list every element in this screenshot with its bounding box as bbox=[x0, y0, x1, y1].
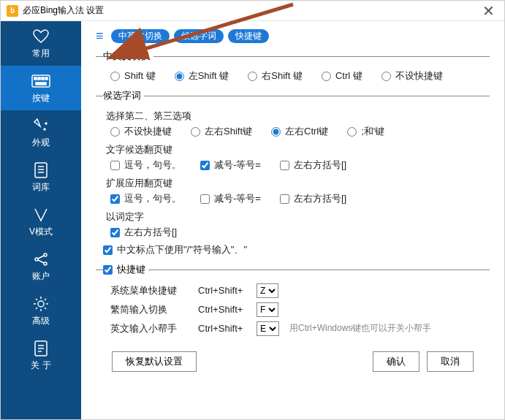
select-sysmenu-key[interactable]: Z bbox=[257, 283, 278, 298]
sidebar-label: 外观 bbox=[32, 137, 50, 149]
svg-rect-8 bbox=[35, 163, 47, 177]
check-minus-equals[interactable]: 减号-等号= bbox=[200, 159, 261, 172]
tab-candidate[interactable]: 候选字词 bbox=[174, 29, 224, 43]
sidebar-label: 词库 bbox=[32, 181, 50, 194]
radio-right-shift[interactable]: 右Shift 键 bbox=[248, 69, 303, 83]
sidebar-label: 常用 bbox=[32, 47, 50, 60]
section-candidate: 候选字词 选择第二、第三选项 不设快捷键 左右Shift键 左右Ctrl键 ;和… bbox=[96, 89, 490, 259]
svg-rect-4 bbox=[45, 77, 48, 80]
radio-none-hotkey[interactable]: 不设快捷键 bbox=[110, 125, 172, 138]
restore-defaults-button[interactable]: 恢复默认设置 bbox=[112, 351, 197, 372]
sidebar-item-about[interactable]: 关 于 bbox=[1, 333, 81, 378]
sidebar-label: V模式 bbox=[29, 226, 53, 238]
close-button[interactable]: ✕ bbox=[478, 4, 498, 18]
cancel-button[interactable]: 取消 bbox=[427, 351, 474, 372]
sparkle-icon bbox=[31, 118, 51, 134]
radio-none[interactable]: 不设快捷键 bbox=[381, 69, 443, 83]
check-punct-slash[interactable]: 中文标点下使用"/"符号输入"、" bbox=[103, 243, 247, 256]
check-minus-equals-ext[interactable]: 减号-等号= bbox=[200, 192, 261, 205]
section-legend: 候选字词 bbox=[103, 89, 144, 102]
ok-button[interactable]: 确认 bbox=[373, 351, 419, 372]
combo-prefix: Ctrl+Shift+ bbox=[198, 304, 257, 315]
sidebar-item-account[interactable]: 账户 bbox=[1, 244, 81, 289]
sidebar-item-vmode[interactable]: V模式 bbox=[1, 199, 81, 244]
svg-line-15 bbox=[38, 256, 44, 259]
subhead-ext-paging: 扩展应用翻页键 bbox=[103, 174, 490, 190]
sidebar: 常用 按键 外观 词库 V模式 账户 bbox=[1, 21, 81, 419]
footer: 恢复默认设置 确认 取消 bbox=[96, 341, 490, 383]
select-trad-simp-key[interactable]: F bbox=[257, 302, 278, 317]
document-icon bbox=[31, 340, 51, 356]
keyboard-icon bbox=[31, 73, 51, 89]
radio-semicolon-quote[interactable]: ;和'键 bbox=[347, 125, 384, 138]
gear-icon bbox=[31, 296, 51, 312]
svg-point-17 bbox=[38, 301, 44, 307]
svg-point-6 bbox=[44, 129, 45, 130]
svg-rect-5 bbox=[36, 83, 46, 85]
section-legend-hotkey: 快捷键 bbox=[103, 263, 148, 277]
tab-hotkey[interactable]: 快捷键 bbox=[228, 29, 269, 43]
section-hotkey: 快捷键 系统菜单快捷键 Ctrl+Shift+ Z 繁简输入切换 Ctrl+Sh… bbox=[96, 263, 490, 338]
radio-left-shift[interactable]: 左Shift 键 bbox=[175, 69, 229, 83]
check-word-brackets[interactable]: 左右方括号[] bbox=[110, 226, 177, 239]
sidebar-item-keys[interactable]: 按键 bbox=[1, 66, 81, 110]
section-tabs: ≡ 中英文切换 候选字词 快捷键 bbox=[96, 28, 490, 44]
subhead-text-paging: 文字候选翻页键 bbox=[103, 140, 490, 156]
svg-point-12 bbox=[35, 258, 38, 261]
content-panel: ≡ 中英文切换 候选字词 快捷键 中英文切换 Shift 键 左Shift 键 … bbox=[81, 21, 504, 419]
titlebar: b 必应Bing输入法 设置 ✕ bbox=[1, 1, 504, 21]
svg-rect-1 bbox=[34, 77, 37, 80]
label-eng-helper-hotkey: 英文输入小帮手 bbox=[110, 322, 198, 335]
share-icon bbox=[31, 251, 51, 267]
combo-prefix: Ctrl+Shift+ bbox=[198, 323, 257, 334]
subhead-23-option: 选择第二、第三选项 bbox=[103, 107, 490, 123]
radio-ctrl[interactable]: Ctrl 键 bbox=[322, 69, 362, 83]
sidebar-label: 关 于 bbox=[31, 359, 50, 372]
label-sysmenu-hotkey: 系统菜单快捷键 bbox=[110, 284, 198, 297]
section-legend: 中英文切换 bbox=[103, 50, 153, 63]
svg-rect-3 bbox=[42, 77, 44, 80]
svg-line-16 bbox=[38, 260, 44, 263]
sidebar-item-appearance[interactable]: 外观 bbox=[1, 110, 81, 155]
svg-rect-2 bbox=[38, 77, 40, 80]
hamburger-icon[interactable]: ≡ bbox=[96, 28, 104, 44]
radio-lr-shift[interactable]: 左右Shift键 bbox=[191, 125, 252, 138]
radio-lr-ctrl[interactable]: 左右Ctrl键 bbox=[271, 125, 328, 138]
window-title: 必应Bing输入法 设置 bbox=[23, 4, 104, 17]
bing-logo-icon: b bbox=[7, 5, 18, 17]
sidebar-item-advanced[interactable]: 高级 bbox=[1, 289, 81, 333]
sidebar-label: 高级 bbox=[32, 315, 50, 327]
check-brackets-ext[interactable]: 左右方括号[] bbox=[280, 192, 346, 205]
check-comma-period-ext[interactable]: 逗号，句号。 bbox=[110, 192, 181, 205]
sidebar-label: 账户 bbox=[32, 270, 50, 283]
heart-icon bbox=[31, 28, 51, 45]
combo-prefix: Ctrl+Shift+ bbox=[198, 285, 257, 296]
hint-eng-helper: 用Ctrl+Windows键也可以开关小帮手 bbox=[289, 322, 431, 335]
svg-point-14 bbox=[44, 262, 47, 265]
check-comma-period[interactable]: 逗号，句号。 bbox=[110, 159, 181, 172]
label-trad-simp-hotkey: 繁简输入切换 bbox=[110, 303, 198, 316]
svg-point-13 bbox=[44, 253, 47, 256]
tab-cn-en-switch[interactable]: 中英文切换 bbox=[111, 29, 170, 43]
subhead-word-select: 以词定字 bbox=[103, 207, 490, 224]
sidebar-item-dictionary[interactable]: 词库 bbox=[1, 155, 81, 199]
v-icon bbox=[31, 207, 51, 223]
section-cn-en-switch: 中英文切换 Shift 键 左Shift 键 右Shift 键 Ctrl 键 不… bbox=[96, 50, 490, 85]
check-brackets[interactable]: 左右方括号[] bbox=[280, 159, 346, 172]
sidebar-label: 按键 bbox=[32, 92, 50, 104]
sidebar-item-common[interactable]: 常用 bbox=[1, 21, 81, 66]
radio-shift[interactable]: Shift 键 bbox=[110, 69, 156, 83]
check-enable-hotkeys[interactable]: 快捷键 bbox=[103, 263, 145, 276]
svg-point-7 bbox=[45, 123, 47, 124]
select-eng-helper-key[interactable]: E bbox=[257, 321, 279, 336]
book-icon bbox=[31, 162, 51, 178]
